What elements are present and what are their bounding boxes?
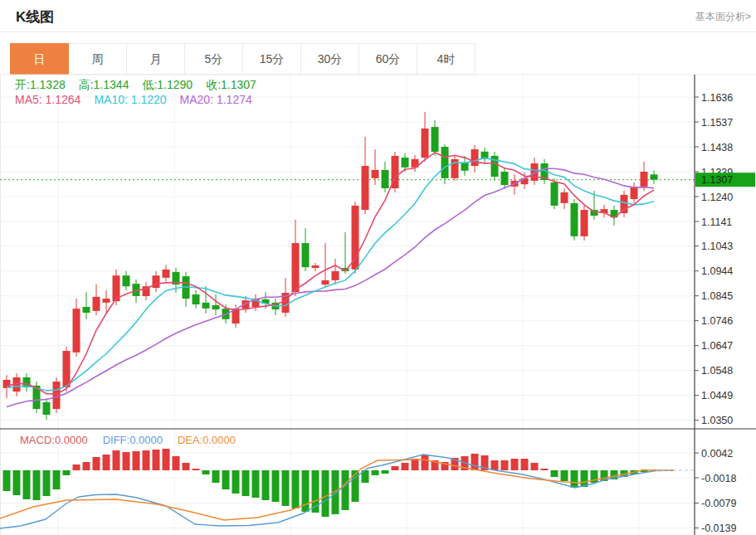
macd-bar [143,450,150,470]
candle[interactable] [641,162,648,191]
macd-bar [252,470,260,498]
ma-legend: MA5: 1.1264MA10: 1.1220MA20: 1.1274 [15,93,266,106]
ohlc-low: 低:1.1290 [142,78,193,91]
y-axis-label: 1.0647 [701,340,733,352]
ma10-value: MA10: 1.1220 [94,93,166,106]
candle[interactable] [153,271,160,292]
macd-bar [13,470,21,495]
candle[interactable] [302,228,310,271]
candle[interactable] [412,155,419,172]
candle[interactable] [312,263,319,271]
ohlc-close: 收:1.1307 [206,78,256,91]
candle[interactable] [193,290,200,309]
macd-bar [43,470,51,496]
candle[interactable] [501,168,509,189]
candle[interactable] [143,282,150,300]
macd-bar [282,470,290,506]
candle[interactable] [441,144,449,184]
macd-bar [581,470,588,487]
macd-bar [153,450,160,470]
macd-bar [232,470,240,494]
ohlc-open: 开:1.1328 [15,78,66,91]
macd-legend: MACD:0.0000DIFF:0.0000DEA:0.0000 [20,434,251,446]
macd-bar [3,470,11,491]
macd-bar [183,463,190,470]
macd-bar [322,470,329,517]
candle[interactable] [432,120,439,156]
candle[interactable] [471,145,479,173]
macd-bar [471,454,479,470]
macd-bar [202,470,210,474]
macd-bar [83,462,90,470]
current-price-tag-text: 1.1307 [701,174,733,186]
ohlc-legend: 开:1.1328高:1.1344低:1.1290收:1.1307 [15,78,270,93]
macd-bar [382,470,389,474]
candle[interactable] [451,155,459,181]
candle[interactable] [43,398,51,420]
macd-bar [113,450,120,470]
candle[interactable] [163,265,170,282]
candle[interactable] [93,285,100,315]
candle[interactable] [651,170,658,183]
macd-bar [402,463,409,470]
macd-bar [372,470,379,475]
candle[interactable] [183,272,190,307]
macd-bar [262,470,270,500]
macd-bar [242,470,250,496]
y-axis-label: 1.1537 [701,117,733,129]
candle[interactable] [581,206,588,241]
macd-bar [73,464,80,470]
candle[interactable] [3,375,11,398]
macd-bar [123,452,130,470]
candle[interactable] [621,191,628,217]
y-axis-label: 1.1636 [701,92,733,104]
y-axis-label: -0.0139 [701,523,736,534]
y-axis-label: -0.0018 [701,473,736,484]
y-axis-label: 1.0746 [701,315,733,327]
kline-widget: K线图 基本面分析> 日周月5分15分30分60分4时 1.16361.1537… [0,0,756,535]
candle[interactable] [202,286,210,314]
macd-bar [193,469,200,470]
candle[interactable] [561,188,568,209]
macd-histogram[interactable] [3,449,658,517]
macd-bar [571,470,578,488]
candle[interactable] [491,152,499,181]
ma20-value: MA20: 1.1274 [180,93,252,106]
candle[interactable] [322,243,329,287]
candle[interactable] [292,220,300,296]
candle[interactable] [53,377,61,413]
candle[interactable] [362,137,369,214]
y-axis-label: 1.1043 [701,241,733,252]
y-axis-label: 1.1438 [701,142,733,153]
candle[interactable] [392,152,399,192]
y-axis-label: 1.0449 [701,390,733,401]
candle[interactable] [571,199,578,241]
candle[interactable] [113,270,120,305]
y-axis-label: 1.0944 [701,265,733,277]
candle[interactable] [123,271,130,290]
macd-bar [541,469,549,470]
macd-bar [342,470,349,510]
dea-value: DEA:0.0000 [178,434,236,446]
macd-bar [93,457,100,470]
candle[interactable] [481,148,489,163]
macd-bar [521,459,529,470]
macd-bar [63,470,71,475]
candle[interactable] [212,294,220,315]
y-axis-label: -0.0079 [701,498,736,509]
candle[interactable] [332,259,339,285]
candle[interactable] [23,373,31,392]
candle[interactable] [422,112,429,162]
candle[interactable] [73,299,80,357]
candle[interactable] [551,178,558,209]
candle[interactable] [382,162,389,192]
macd-bar [103,455,110,470]
candle[interactable] [631,182,638,203]
ma5-value: MA5: 1.1264 [15,93,80,106]
macd-bar [212,470,220,483]
candle[interactable] [601,205,608,217]
macd-bar [173,456,180,470]
current-price-tag: 1.1307 [695,173,755,187]
candle[interactable] [272,299,280,315]
axis-labels: 1.16361.15371.14381.13391.12401.11411.10… [695,92,736,535]
